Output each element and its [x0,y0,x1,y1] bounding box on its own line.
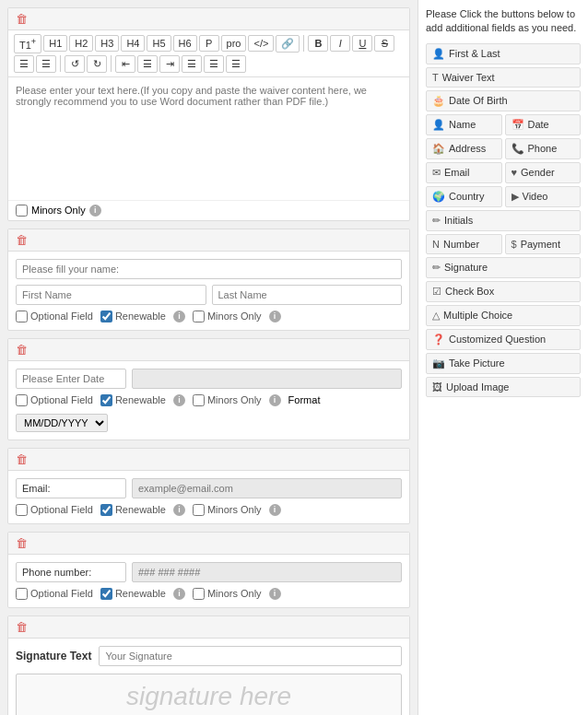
date-renewable-checkbox[interactable] [100,394,112,406]
sidebar-btn-name[interactable]: 👤 Name [426,114,502,135]
phone-value-input[interactable] [132,562,402,582]
date-minors-label[interactable]: Minors Only [193,394,262,406]
date-optional-checkbox[interactable] [16,394,28,406]
toolbar-italic[interactable]: I [330,35,350,52]
name-renewable-label[interactable]: Renewable [100,311,166,322]
sidebar-btn-checkbox[interactable]: ☑ Check Box [426,281,581,302]
toolbar-h5[interactable]: H5 [147,35,171,52]
toolbar-code[interactable]: </> [248,35,274,52]
editor-minors-info-icon[interactable]: i [89,205,101,217]
phone-label-input[interactable] [16,562,126,582]
phone-optional-label[interactable]: Optional Field [16,588,93,600]
toolbar-undo[interactable]: ↺ [65,55,85,73]
date-minors-info-icon[interactable]: i [269,394,281,406]
signature-delete-icon[interactable]: 🗑 [16,620,28,634]
date-value-input[interactable] [132,369,402,389]
sidebar-btn-signature[interactable]: ✏ Signature [426,257,581,278]
toolbar-pro[interactable]: pro [221,35,247,52]
email-renewable-checkbox[interactable] [100,504,112,516]
signature-text-input[interactable] [99,646,402,666]
sidebar-btn-multiple-choice[interactable]: △ Multiple Choice [426,305,581,326]
sidebar-btn-gender[interactable]: ♥ Gender [505,162,582,183]
name-renewable-checkbox[interactable] [100,311,112,322]
toolbar-strikethrough[interactable]: S [374,35,394,52]
name-minors-checkbox[interactable] [193,311,205,322]
sidebar-btn-country[interactable]: 🌍 Country [426,186,502,207]
toolbar-p[interactable]: P [199,35,219,52]
toolbar-indent[interactable]: ☰ [204,55,224,73]
name-label-input[interactable] [16,259,402,279]
name-optional-checkbox[interactable] [16,311,28,322]
editor-delete-icon[interactable]: 🗑 [16,12,28,26]
email-optional-checkbox[interactable] [16,504,28,516]
toolbar-ol[interactable]: ☰ [36,55,56,73]
date-renewable-label[interactable]: Renewable [100,394,166,406]
editor-toolbar: T1+ H1 H2 H3 H4 H5 H6 P pro </> 🔗 B I U … [8,30,409,77]
sidebar-btn-video[interactable]: ▶ Video [505,186,582,207]
toolbar-bold[interactable]: B [308,35,328,52]
sidebar-btn-address[interactable]: 🏠 Address [426,138,502,159]
toolbar-redo[interactable]: ↻ [87,55,107,73]
email-minors-checkbox[interactable] [193,504,205,516]
name-renewable-info-icon[interactable]: i [173,311,185,322]
toolbar-align-center[interactable]: ☰ [137,55,158,73]
toolbar-h6[interactable]: H6 [173,35,197,52]
last-name-input[interactable] [212,285,403,305]
date-renewable-info-icon[interactable]: i [173,394,185,406]
phone-minors-label[interactable]: Minors Only [193,588,262,600]
name-optional-label[interactable]: Optional Field [16,311,93,322]
name-minors-info-icon[interactable]: i [269,311,281,322]
name-block: 🗑 Optional Field Renewable i [7,229,410,331]
toolbar-align-justify[interactable]: ☰ [182,55,202,73]
toolbar-outdent[interactable]: ☰ [226,55,246,73]
first-name-input[interactable] [16,285,206,305]
toolbar-h3[interactable]: H3 [95,35,119,52]
toolbar-ul[interactable]: ☰ [14,55,34,73]
email-renewable-label[interactable]: Renewable [100,504,166,516]
phone-delete-icon[interactable]: 🗑 [16,536,28,550]
sidebar-btn-number[interactable]: N Number [426,234,502,254]
date-delete-icon[interactable]: 🗑 [16,343,28,357]
toolbar-underline[interactable]: U [352,35,372,52]
date-label-input[interactable] [16,369,126,389]
toolbar-h1[interactable]: H1 [43,35,67,52]
sidebar-btn-initials[interactable]: ✏ Initials [426,210,581,231]
editor-minors-checkbox[interactable] [16,205,28,217]
phone-optional-checkbox[interactable] [16,588,28,600]
phone-renewable-checkbox[interactable] [100,588,112,600]
name-minors-label[interactable]: Minors Only [193,311,262,322]
sidebar-btn-first-last[interactable]: 👤 First & Last [426,43,581,64]
sidebar-btn-email[interactable]: ✉ Email [426,162,502,183]
sidebar-btn-date-of-birth[interactable]: 🎂 Date Of Birth [426,90,581,111]
editor-textarea[interactable] [8,77,409,197]
phone-minors-checkbox[interactable] [193,588,205,600]
phone-renewable-label[interactable]: Renewable [100,588,166,600]
email-renewable-info-icon[interactable]: i [173,504,185,516]
phone-minors-info-icon[interactable]: i [269,588,281,600]
date-optional-label[interactable]: Optional Field [16,394,93,406]
signature-canvas[interactable]: signature here [16,674,402,715]
sidebar-btn-payment[interactable]: $ Payment [505,234,582,254]
sidebar-btn-waiver-text[interactable]: T Waiver Text [426,67,581,88]
sidebar-btn-customized-question[interactable]: ❓ Customized Question [426,329,581,350]
phone-renewable-info-icon[interactable]: i [173,588,185,600]
toolbar-align-right[interactable]: ⇥ [159,55,180,73]
toolbar-h4[interactable]: H4 [121,35,145,52]
toolbar-link[interactable]: 🔗 [276,35,300,53]
name-delete-icon[interactable]: 🗑 [16,233,28,247]
email-optional-label[interactable]: Optional Field [16,504,93,516]
email-value-input[interactable] [132,478,402,498]
date-format-select[interactable]: MM/DD/YYYY DD/MM/YYYY YYYY/MM/DD [16,414,108,432]
email-minors-label[interactable]: Minors Only [193,504,262,516]
date-minors-checkbox[interactable] [193,394,205,406]
email-minors-info-icon[interactable]: i [269,504,281,516]
email-delete-icon[interactable]: 🗑 [16,452,28,466]
email-label-input[interactable] [16,478,126,498]
sidebar-btn-upload-image[interactable]: 🖼 Upload Image [426,377,581,397]
toolbar-h2[interactable]: H2 [69,35,93,52]
sidebar-btn-date[interactable]: 📅 Date [505,114,582,135]
sidebar-btn-phone[interactable]: 📞 Phone [505,138,582,159]
toolbar-t1plus[interactable]: T1+ [14,34,41,53]
sidebar-btn-take-picture[interactable]: 📷 Take Picture [426,353,581,374]
toolbar-align-left[interactable]: ⇤ [115,55,135,73]
